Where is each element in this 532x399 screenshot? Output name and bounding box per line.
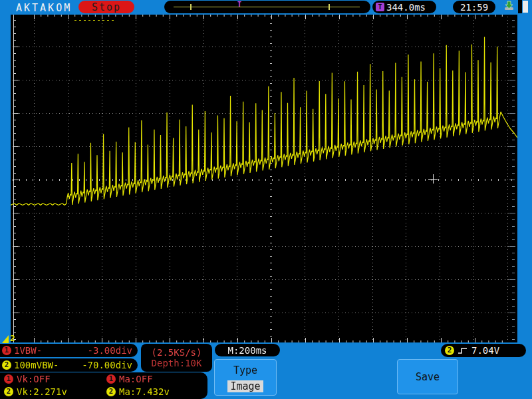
type-button-value: Image bbox=[227, 380, 263, 392]
measurements-panel: 1 Vk:OFF 1 Ma:OFF 2 Vk:2.271v 2 Ma:7.432… bbox=[0, 372, 207, 399]
measurement-badge: 1 bbox=[4, 374, 13, 384]
channel1-status: 1 1VBW- -3.00div bbox=[0, 344, 138, 357]
channel1-scale-label: 1VBW- bbox=[14, 345, 42, 356]
record-trigger-marker-icon[interactable]: T bbox=[237, 1, 241, 8]
memory-depth-value: Depth:10K bbox=[152, 358, 202, 368]
measurement-label: Vk:2.271v bbox=[17, 386, 67, 397]
channel2-badge: 2 bbox=[2, 360, 11, 370]
run-state-button[interactable]: Stop bbox=[78, 1, 134, 13]
channel2-position-marker[interactable]: 2 bbox=[1, 333, 19, 344]
run-state-label: Stop bbox=[92, 1, 121, 13]
usb-drive-icon bbox=[502, 1, 516, 12]
channel1-badge: 1 bbox=[2, 346, 11, 355]
type-button-title: Type bbox=[215, 364, 276, 376]
measurement-ch1-vk: 1 Vk:OFF bbox=[4, 374, 51, 384]
measurement-ch2-vk: 2 Vk:2.271v bbox=[4, 386, 67, 397]
measurement-ch2-ma: 2 Ma:7.432v bbox=[106, 386, 170, 397]
brand-label: AKTAKOM bbox=[16, 2, 72, 14]
measurement-label: Ma:OFF bbox=[119, 374, 153, 384]
channel2-status: 2 100mVBW- -70.00div bbox=[0, 358, 138, 372]
measurement-badge: 1 bbox=[106, 374, 116, 384]
trigger-level-status: 2 7.04V bbox=[441, 344, 526, 357]
measurement-badge: 2 bbox=[4, 387, 13, 396]
oscilloscope-screen: { "top_bar": { "brand": "AKTAKOM", "run_… bbox=[0, 0, 532, 399]
channel2-position-value: -70.00div bbox=[82, 360, 132, 370]
trigger-source-badge: 2 bbox=[445, 346, 454, 355]
sample-rate-value: (2.5KS/s) bbox=[152, 347, 202, 358]
waveform-canvas bbox=[11, 15, 517, 342]
trigger-level-value: 7.04V bbox=[471, 345, 499, 356]
timebase-status: M:200ms bbox=[215, 344, 280, 356]
waveform-display-area bbox=[11, 15, 517, 342]
trigger-time-readout: T 344.0ms bbox=[372, 1, 436, 13]
measurement-label: Vk:OFF bbox=[17, 374, 51, 384]
record-line bbox=[174, 7, 360, 7]
timebase-value: M:200ms bbox=[227, 345, 267, 356]
channel2-scale-label: 100mVBW- bbox=[14, 360, 59, 370]
measurement-label: Ma:7.432v bbox=[119, 386, 170, 397]
save-button-label: Save bbox=[416, 371, 440, 383]
record-position-bar: T bbox=[164, 1, 370, 13]
window-right-bracket[interactable] bbox=[329, 4, 330, 10]
top-right-black-indicator bbox=[518, 0, 522, 13]
top-right-white-marker bbox=[523, 1, 528, 13]
clock-value: 21:59 bbox=[460, 2, 488, 13]
trigger-time-value: 344.0ms bbox=[386, 2, 426, 13]
save-button[interactable]: Save bbox=[397, 359, 458, 394]
measurement-ch1-ma: 1 Ma:OFF bbox=[106, 374, 153, 384]
acquisition-status: (2.5KS/s) Depth:10K bbox=[141, 344, 212, 372]
window-left-bracket[interactable] bbox=[190, 4, 192, 10]
trigger-t-icon: T bbox=[376, 3, 384, 11]
channel1-position-value: -3.00div bbox=[88, 345, 132, 356]
channel2-position-label: 2 bbox=[10, 333, 15, 343]
rising-edge-icon bbox=[458, 346, 468, 355]
type-menu-button[interactable]: Type Image bbox=[214, 359, 277, 396]
clock-readout: 21:59 bbox=[453, 1, 495, 13]
measurement-badge: 2 bbox=[106, 387, 116, 396]
